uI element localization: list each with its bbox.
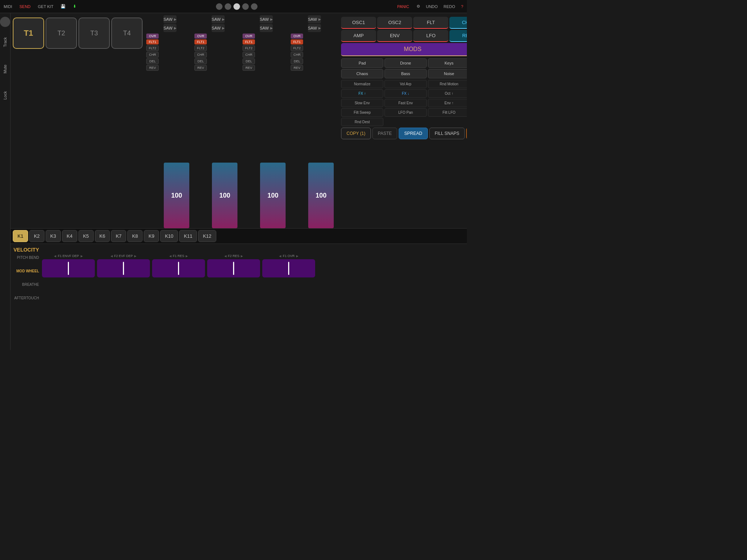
func-fast-env[interactable]: Fast Env bbox=[384, 99, 427, 107]
preset-keys[interactable]: Keys bbox=[428, 58, 467, 68]
preset-noise[interactable]: Noise bbox=[428, 69, 467, 78]
settings-icon[interactable]: ⚙ bbox=[417, 4, 420, 9]
synth-amp[interactable]: AMP bbox=[341, 30, 376, 42]
synth-mods[interactable]: MODS bbox=[341, 43, 467, 56]
func-oct-up[interactable]: Oct ↑ bbox=[428, 89, 467, 98]
tag-del-2[interactable]: DEL bbox=[194, 58, 207, 64]
func-fx-down[interactable]: FX ↓ bbox=[384, 89, 427, 98]
osc4-fader[interactable]: 100 bbox=[304, 34, 338, 228]
download-icon[interactable]: ⬇ bbox=[73, 4, 76, 9]
slider-arr-right-1[interactable]: ▶ bbox=[81, 254, 83, 258]
synth-env[interactable]: ENV bbox=[377, 30, 412, 42]
paste-button[interactable]: PASTE bbox=[372, 128, 397, 139]
osc2-fader[interactable]: 100 bbox=[208, 34, 242, 228]
tag-flt2-4[interactable]: FLT2 bbox=[291, 45, 303, 51]
help-button[interactable]: ? bbox=[461, 4, 463, 9]
slider-arr-right-4[interactable]: ▶ bbox=[241, 254, 243, 258]
func-rnd-dest[interactable]: Rnd Dest bbox=[341, 118, 383, 126]
slider-arr-left-4[interactable]: ◀ bbox=[224, 254, 227, 258]
tag-ovr-2[interactable]: OVR bbox=[194, 34, 207, 39]
tag-ovr-4[interactable]: OVR bbox=[291, 34, 303, 39]
slider-arr-right-5[interactable]: ▶ bbox=[296, 254, 298, 258]
k-button-5[interactable]: K5 bbox=[78, 230, 94, 242]
tag-flt1-1[interactable]: FLT1 bbox=[146, 39, 159, 44]
tag-chr-2[interactable]: CHR bbox=[194, 52, 207, 58]
preset-pad[interactable]: Pad bbox=[341, 58, 383, 68]
osc3-fader[interactable]: 100 bbox=[256, 34, 290, 228]
tag-rev-3[interactable]: REV bbox=[243, 65, 255, 71]
preset-chaos[interactable]: Chaos bbox=[341, 69, 383, 78]
tag-flt1-4[interactable]: FLT1 bbox=[291, 39, 303, 44]
func-normalize[interactable]: Normalize bbox=[341, 80, 383, 88]
tag-flt1-2[interactable]: FLT1 bbox=[194, 39, 207, 44]
tag-rev-2[interactable]: REV bbox=[194, 65, 207, 71]
undo-button[interactable]: UNDO bbox=[426, 4, 438, 9]
slider-arr-left-1[interactable]: ◀ bbox=[54, 254, 56, 258]
tag-del-3[interactable]: DEL bbox=[243, 58, 255, 64]
send-button[interactable]: SEND bbox=[19, 4, 31, 9]
tag-chr-3[interactable]: CHR bbox=[243, 52, 255, 58]
func-lfo-pan[interactable]: LFO Pan bbox=[384, 108, 427, 117]
k-button-2[interactable]: K2 bbox=[29, 230, 44, 242]
preset-bass[interactable]: Bass bbox=[384, 69, 427, 78]
func-filt-lfo[interactable]: Filt LFO bbox=[428, 108, 467, 117]
tag-rev-4[interactable]: REV bbox=[291, 65, 303, 71]
slider-arr-right-2[interactable]: ▶ bbox=[134, 254, 136, 258]
func-fx-up[interactable]: FX ↑ bbox=[341, 89, 383, 98]
k-button-11[interactable]: K11 bbox=[179, 230, 197, 242]
osc2-saw2[interactable]: SAW▶ bbox=[212, 24, 225, 32]
synth-osc1[interactable]: OSC1 bbox=[341, 17, 376, 29]
k-button-10[interactable]: K10 bbox=[160, 230, 178, 242]
synth-lfo[interactable]: LFO bbox=[413, 30, 448, 42]
slider-arr-left-3[interactable]: ◀ bbox=[169, 254, 171, 258]
synth-rev[interactable]: REV bbox=[449, 30, 467, 42]
slider-track-3[interactable] bbox=[152, 259, 205, 277]
fill-snaps-button[interactable]: FILL SNAPS bbox=[429, 128, 465, 139]
tag-flt2-1[interactable]: FLT2 bbox=[146, 45, 159, 51]
synth-flt[interactable]: FLT bbox=[413, 17, 448, 29]
kit-gen-button[interactable]: KIT GEN bbox=[466, 128, 467, 139]
get-kit-button[interactable]: GET KIT bbox=[38, 4, 54, 9]
tag-del-1[interactable]: DEL bbox=[146, 58, 159, 64]
preset-drone[interactable]: Drone bbox=[384, 58, 427, 68]
tag-flt2-3[interactable]: FLT2 bbox=[243, 45, 255, 51]
osc4-saw1[interactable]: SAW▶ bbox=[308, 15, 321, 23]
redo-button[interactable]: REDO bbox=[444, 4, 455, 9]
osc3-fader-track[interactable]: 100 bbox=[260, 163, 286, 228]
dot-2[interactable] bbox=[225, 3, 231, 10]
tag-chr-1[interactable]: CHR bbox=[146, 52, 159, 58]
osc1-saw2[interactable]: SAW▶ bbox=[163, 24, 177, 32]
func-filt-sweep[interactable]: Filt Sweep bbox=[341, 108, 383, 117]
dot-5[interactable] bbox=[251, 3, 258, 10]
k-button-6[interactable]: K6 bbox=[95, 230, 110, 242]
osc2-saw1[interactable]: SAW▶ bbox=[212, 15, 225, 23]
dot-1[interactable] bbox=[216, 3, 222, 10]
dot-4[interactable] bbox=[242, 3, 249, 10]
tag-ovr-1[interactable]: OVR bbox=[146, 34, 159, 39]
func-slow-env[interactable]: Slow Env bbox=[341, 99, 383, 107]
tag-flt2-2[interactable]: FLT2 bbox=[194, 45, 207, 51]
track-button-t1[interactable]: T1 bbox=[13, 18, 44, 49]
osc4-saw2[interactable]: SAW▶ bbox=[308, 24, 321, 32]
osc3-saw1[interactable]: SAW▶ bbox=[260, 15, 273, 23]
slider-track-1[interactable] bbox=[42, 259, 95, 277]
tag-chr-4[interactable]: CHR bbox=[291, 52, 303, 58]
spread-button[interactable]: SPREAD bbox=[399, 128, 427, 139]
slider-track-2[interactable] bbox=[97, 259, 150, 277]
k-button-12[interactable]: K12 bbox=[198, 230, 216, 242]
tag-rev-1[interactable]: REV bbox=[146, 65, 159, 71]
func-vol-arp[interactable]: Vol Arp bbox=[384, 80, 427, 88]
osc1-fader-track[interactable]: 100 bbox=[164, 163, 189, 228]
midi-button[interactable]: MIDI bbox=[4, 4, 12, 9]
tag-del-4[interactable]: DEL bbox=[291, 58, 303, 64]
panic-button[interactable]: PANIC bbox=[397, 4, 409, 9]
osc2-fader-track[interactable]: 100 bbox=[212, 163, 237, 228]
func-rnd-motion[interactable]: Rnd Motion bbox=[428, 80, 467, 88]
slider-arr-right-3[interactable]: ▶ bbox=[186, 254, 188, 258]
copy-button[interactable]: COPY (1) bbox=[341, 128, 371, 139]
k-button-4[interactable]: K4 bbox=[62, 230, 77, 242]
track-button-t4[interactable]: T4 bbox=[111, 18, 143, 49]
mute-label[interactable]: Mute bbox=[3, 65, 7, 73]
track-button-t3[interactable]: T3 bbox=[78, 18, 110, 49]
lock-label[interactable]: Lock bbox=[3, 91, 7, 100]
